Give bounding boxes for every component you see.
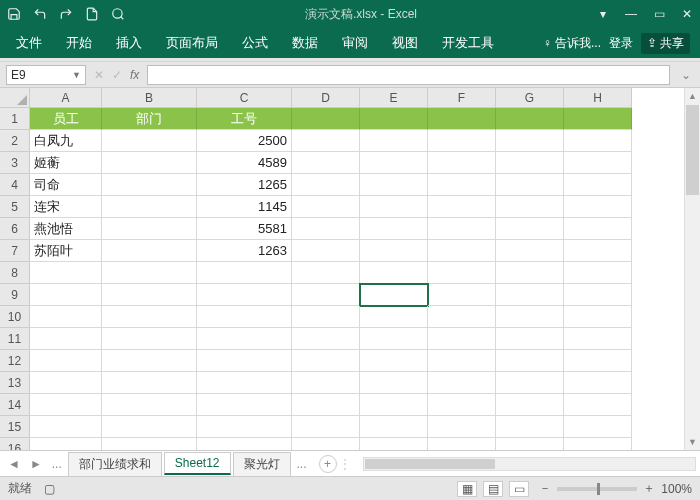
cell[interactable] — [564, 262, 632, 284]
cell[interactable] — [197, 306, 292, 328]
cell[interactable] — [197, 284, 292, 306]
save-icon[interactable] — [6, 6, 22, 22]
cell[interactable] — [564, 416, 632, 438]
cell[interactable] — [428, 306, 496, 328]
cell[interactable] — [292, 262, 360, 284]
row-header[interactable]: 6 — [0, 218, 29, 240]
cell[interactable] — [197, 328, 292, 350]
cell[interactable] — [428, 262, 496, 284]
cell[interactable] — [360, 372, 428, 394]
cell[interactable] — [292, 174, 360, 196]
cell[interactable] — [496, 218, 564, 240]
cell[interactable] — [496, 130, 564, 152]
col-header[interactable]: F — [428, 88, 496, 107]
ribbon-collapse-icon[interactable]: ▾ — [596, 7, 610, 21]
cell[interactable]: 员工 — [30, 108, 102, 130]
cell[interactable] — [496, 262, 564, 284]
cell[interactable] — [197, 438, 292, 450]
sheet-tab[interactable]: 聚光灯 — [233, 452, 291, 476]
tab-formulas[interactable]: 公式 — [230, 28, 280, 58]
scroll-up-icon[interactable]: ▲ — [685, 88, 700, 104]
maximize-icon[interactable]: ▭ — [652, 7, 666, 21]
cell[interactable] — [360, 284, 428, 306]
cell[interactable]: 4589 — [197, 152, 292, 174]
cell[interactable]: 1145 — [197, 196, 292, 218]
cell[interactable] — [496, 196, 564, 218]
row-header[interactable]: 13 — [0, 372, 29, 394]
row-header[interactable]: 2 — [0, 130, 29, 152]
cell[interactable] — [102, 306, 197, 328]
tab-data[interactable]: 数据 — [280, 28, 330, 58]
cell[interactable] — [292, 240, 360, 262]
cell[interactable] — [564, 372, 632, 394]
cancel-icon[interactable]: ✕ — [94, 68, 104, 82]
cell[interactable] — [197, 262, 292, 284]
cell-grid[interactable]: 员工部门工号白凤九2500姬蘅4589司命1265连宋1145燕池悟5581苏陌… — [30, 108, 684, 450]
cell[interactable] — [30, 284, 102, 306]
cell[interactable] — [360, 196, 428, 218]
cell[interactable] — [360, 438, 428, 450]
row-header[interactable]: 9 — [0, 284, 29, 306]
tab-insert[interactable]: 插入 — [104, 28, 154, 58]
cell[interactable] — [360, 152, 428, 174]
redo-icon[interactable] — [58, 6, 74, 22]
cell[interactable] — [102, 438, 197, 450]
scroll-thumb[interactable] — [686, 105, 699, 195]
cell[interactable]: 白凤九 — [30, 130, 102, 152]
row-header[interactable]: 15 — [0, 416, 29, 438]
cell[interactable] — [30, 416, 102, 438]
col-header[interactable]: G — [496, 88, 564, 107]
cell[interactable] — [292, 372, 360, 394]
tab-dev[interactable]: 开发工具 — [430, 28, 506, 58]
cell[interactable] — [564, 196, 632, 218]
cell[interactable] — [428, 328, 496, 350]
add-sheet-button[interactable]: + — [319, 455, 337, 473]
cell[interactable] — [360, 240, 428, 262]
cell[interactable] — [496, 394, 564, 416]
row-header[interactable]: 8 — [0, 262, 29, 284]
cell[interactable] — [102, 394, 197, 416]
cell[interactable] — [564, 394, 632, 416]
cell[interactable] — [102, 416, 197, 438]
cell[interactable] — [292, 438, 360, 450]
cell[interactable] — [428, 350, 496, 372]
sheet-hidden-right[interactable]: ... — [293, 457, 311, 471]
col-header[interactable]: A — [30, 88, 102, 107]
cell[interactable] — [428, 174, 496, 196]
cell[interactable] — [564, 108, 632, 130]
cell[interactable] — [428, 284, 496, 306]
cell[interactable]: 苏陌叶 — [30, 240, 102, 262]
cell[interactable] — [428, 218, 496, 240]
cell[interactable] — [360, 306, 428, 328]
row-header[interactable]: 7 — [0, 240, 29, 262]
cell[interactable] — [496, 350, 564, 372]
cell[interactable]: 2500 — [197, 130, 292, 152]
cell[interactable] — [360, 328, 428, 350]
col-header[interactable]: B — [102, 88, 197, 107]
cell[interactable] — [428, 416, 496, 438]
minimize-icon[interactable]: ― — [624, 7, 638, 21]
expand-formula-icon[interactable]: ⌄ — [678, 68, 694, 82]
cell[interactable] — [360, 262, 428, 284]
cell[interactable] — [360, 108, 428, 130]
cell[interactable] — [30, 306, 102, 328]
row-header[interactable]: 10 — [0, 306, 29, 328]
col-header[interactable]: H — [564, 88, 632, 107]
row-header[interactable]: 3 — [0, 152, 29, 174]
cell[interactable] — [102, 174, 197, 196]
cell[interactable] — [496, 152, 564, 174]
cell[interactable] — [496, 306, 564, 328]
view-break-icon[interactable]: ▭ — [509, 481, 529, 497]
preview-icon[interactable] — [110, 6, 126, 22]
cell[interactable] — [428, 438, 496, 450]
cell[interactable] — [564, 240, 632, 262]
cell[interactable] — [360, 416, 428, 438]
tab-review[interactable]: 审阅 — [330, 28, 380, 58]
cell[interactable] — [564, 328, 632, 350]
col-header[interactable]: E — [360, 88, 428, 107]
sheet-tab[interactable]: 部门业绩求和 — [68, 452, 162, 476]
cell[interactable] — [30, 328, 102, 350]
cell[interactable]: 司命 — [30, 174, 102, 196]
cell[interactable] — [197, 350, 292, 372]
tab-home[interactable]: 开始 — [54, 28, 104, 58]
